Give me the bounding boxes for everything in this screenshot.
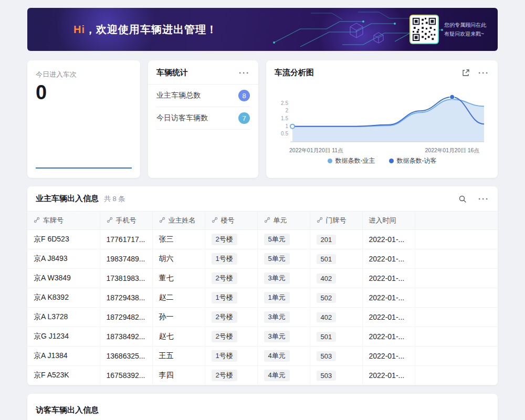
- table-cell[interactable]: 京G J1234: [27, 327, 100, 346]
- table-cell[interactable]: 19837489...: [100, 249, 152, 269]
- table-cell[interactable]: 孙一: [152, 308, 205, 327]
- table-cell[interactable]: 京A J1384: [27, 346, 100, 366]
- table-cell[interactable]: 18738492...: [100, 327, 152, 346]
- table-cell[interactable]: 4单元: [257, 366, 310, 385]
- table-cell[interactable]: 503: [310, 346, 362, 366]
- column-label: 门牌号: [326, 216, 346, 224]
- table-row[interactable]: 京A W384917381983...董七2号楼3单元4022022-01-..…: [27, 269, 498, 288]
- table-cell[interactable]: 赵二: [152, 288, 205, 308]
- table-cell[interactable]: 402: [310, 308, 362, 327]
- table-cell[interactable]: 18729482...: [100, 308, 152, 327]
- table-cell[interactable]: 1号楼: [205, 249, 257, 269]
- table-cell[interactable]: 2022-01-...: [362, 249, 415, 269]
- owner-table-card: 业主车辆出入信息 共 8 条 ··· 车牌号手机号业主姓名楼号单元门牌号进入时间…: [27, 186, 498, 385]
- table-cell[interactable]: 5单元: [257, 230, 310, 249]
- table-cell[interactable]: 京A W3849: [27, 269, 100, 288]
- field-link-icon: [212, 217, 218, 223]
- table-cell[interactable]: 张三: [152, 230, 205, 249]
- table-cell[interactable]: 1单元: [257, 288, 310, 308]
- tag: 1号楼: [212, 292, 237, 303]
- table-cell[interactable]: 501: [310, 249, 362, 269]
- today-entries-card: 今日进入车次 0: [27, 60, 140, 178]
- table-cell[interactable]: 3单元: [257, 269, 310, 288]
- column-header[interactable]: 业主姓名: [152, 212, 205, 230]
- svg-text:2022年01月20日 11点: 2022年01月20日 11点: [289, 147, 343, 153]
- tag: 2号楼: [212, 311, 237, 323]
- chart-legend: 数据条数-业主数据条数-访客: [266, 156, 498, 165]
- table-cell[interactable]: 京A K8392: [27, 288, 100, 308]
- column-header[interactable]: 进入时间: [362, 212, 415, 230]
- column-filler: [415, 212, 498, 230]
- table-cell[interactable]: 京F A523K: [27, 366, 100, 385]
- legend-item[interactable]: 数据条数-业主: [328, 156, 375, 165]
- table-row[interactable]: 京G J123418738492...赵七2号楼3单元5012022-01-..…: [27, 327, 498, 346]
- column-header[interactable]: 楼号: [205, 212, 257, 230]
- table-cell[interactable]: 2号楼: [205, 308, 257, 327]
- legend-item[interactable]: 数据条数-访客: [389, 156, 437, 165]
- traffic-chart-header: 车流分析图 ···: [266, 60, 498, 84]
- table-cell[interactable]: 16758392...: [100, 366, 152, 385]
- table-cell[interactable]: 1号楼: [205, 288, 257, 308]
- more-icon[interactable]: ···: [478, 69, 489, 77]
- table-row[interactable]: 京A J849319837489...胡六1号楼5单元5012022-01-..…: [27, 249, 498, 269]
- tag: 2号楼: [212, 370, 237, 381]
- table-row[interactable]: 京F A523K16758392...李四2号楼4单元5032022-01-..…: [27, 366, 498, 385]
- table-cell[interactable]: 李四: [152, 366, 205, 385]
- table-cell[interactable]: 2022-01-...: [362, 366, 415, 385]
- table-cell[interactable]: 3单元: [257, 308, 310, 327]
- table-cell[interactable]: 王五: [152, 346, 205, 366]
- table-row[interactable]: 京A K839218729438...赵二1号楼1单元5022022-01-..…: [27, 288, 498, 308]
- column-header[interactable]: 手机号: [100, 212, 152, 230]
- table-cell[interactable]: 董七: [152, 269, 205, 288]
- table-cell[interactable]: 2022-01-...: [362, 346, 415, 366]
- table-cell[interactable]: 赵七: [152, 327, 205, 346]
- table-cell[interactable]: 胡六: [152, 249, 205, 269]
- owner-table: 车牌号手机号业主姓名楼号单元门牌号进入时间 京F 6D52317761717..…: [27, 211, 498, 385]
- table-cell[interactable]: 2022-01-...: [362, 269, 415, 288]
- traffic-chart-title: 车流分析图: [275, 68, 314, 78]
- svg-text:2022年01月20日 16点: 2022年01月20日 16点: [425, 147, 480, 153]
- export-icon[interactable]: [461, 69, 470, 77]
- table-cell[interactable]: 18729438...: [100, 288, 152, 308]
- table-cell[interactable]: 13686325...: [100, 346, 152, 366]
- table-cell[interactable]: 2022-01-...: [362, 327, 415, 346]
- table-cell[interactable]: 5单元: [257, 249, 310, 269]
- table-cell[interactable]: 2022-01-...: [362, 288, 415, 308]
- table-cell[interactable]: 502: [310, 288, 362, 308]
- table-cell[interactable]: 2022-01-...: [362, 308, 415, 327]
- column-header[interactable]: 单元: [257, 212, 310, 230]
- tag: 501: [317, 332, 337, 342]
- table-cell[interactable]: 2号楼: [205, 366, 257, 385]
- qr-code[interactable]: [411, 16, 438, 43]
- tag: 3单元: [264, 272, 290, 284]
- table-cell[interactable]: 2022-01-...: [362, 230, 415, 249]
- traffic-chart-card: 车流分析图 ··· 0.511.522.52022年01月20日 11点2022…: [266, 60, 498, 178]
- table-cell[interactable]: 17761717...: [100, 230, 152, 249]
- table-cell[interactable]: 402: [310, 269, 362, 288]
- table-cell[interactable]: 3单元: [257, 327, 310, 346]
- table-row[interactable]: 京F 6D52317761717...张三2号楼5单元2012022-01-..…: [27, 230, 498, 249]
- table-cell[interactable]: 1号楼: [205, 346, 257, 366]
- table-row[interactable]: 京A L372818729482...孙一2号楼3单元4022022-01-..…: [27, 308, 498, 327]
- table-cell[interactable]: 京A J8493: [27, 249, 100, 269]
- table-cell[interactable]: 京F 6D523: [27, 230, 100, 249]
- more-icon[interactable]: ···: [239, 69, 250, 77]
- table-row[interactable]: 京A J138413686325...王五1号楼4单元5032022-01-..…: [27, 346, 498, 366]
- tag: 2号楼: [212, 234, 237, 245]
- table-cell[interactable]: 501: [310, 327, 362, 346]
- table-cell[interactable]: 2号楼: [205, 230, 257, 249]
- search-icon[interactable]: [458, 195, 467, 203]
- cell-filler: [415, 327, 498, 346]
- more-icon[interactable]: ···: [478, 195, 489, 203]
- column-header[interactable]: 车牌号: [27, 212, 100, 230]
- table-cell[interactable]: 503: [310, 366, 362, 385]
- table-cell[interactable]: 2号楼: [205, 327, 257, 346]
- visitor-table-title: 访客车辆出入信息: [36, 405, 489, 415]
- table-cell[interactable]: 17381983...: [100, 269, 152, 288]
- stat-badge: 8: [238, 90, 250, 101]
- column-header[interactable]: 门牌号: [310, 212, 362, 230]
- table-cell[interactable]: 2号楼: [205, 269, 257, 288]
- table-cell[interactable]: 201: [310, 230, 362, 249]
- table-cell[interactable]: 4单元: [257, 346, 310, 366]
- table-cell[interactable]: 京A L3728: [27, 308, 100, 327]
